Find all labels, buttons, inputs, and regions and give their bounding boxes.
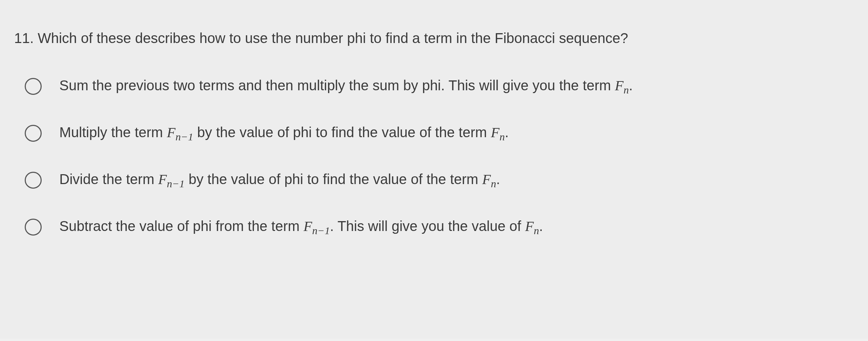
question-number: 11. bbox=[14, 30, 34, 46]
radio-button-d[interactable] bbox=[25, 219, 42, 236]
option-row-a[interactable]: Sum the previous two terms and then mult… bbox=[25, 76, 854, 97]
option-text-c: Divide the term Fn−1 by the value of phi… bbox=[59, 170, 500, 190]
option-row-c[interactable]: Divide the term Fn−1 by the value of phi… bbox=[25, 170, 854, 190]
option-text-d: Subtract the value of phi from the term … bbox=[59, 217, 543, 237]
question-container: 11. Which of these describes how to use … bbox=[14, 28, 854, 48]
question-body: Which of these describes how to use the … bbox=[38, 30, 628, 46]
question-text: 11. Which of these describes how to use … bbox=[14, 28, 854, 48]
option-row-d[interactable]: Subtract the value of phi from the term … bbox=[25, 217, 854, 237]
radio-button-a[interactable] bbox=[25, 78, 42, 95]
option-row-b[interactable]: Multiply the term Fn−1 by the value of p… bbox=[25, 123, 854, 144]
radio-button-b[interactable] bbox=[25, 125, 42, 142]
quiz-content: 11. Which of these describes how to use … bbox=[0, 0, 868, 339]
option-text-b: Multiply the term Fn−1 by the value of p… bbox=[59, 123, 509, 144]
option-text-a: Sum the previous two terms and then mult… bbox=[59, 76, 633, 97]
radio-button-c[interactable] bbox=[25, 172, 42, 189]
options-container: Sum the previous two terms and then mult… bbox=[14, 66, 854, 237]
